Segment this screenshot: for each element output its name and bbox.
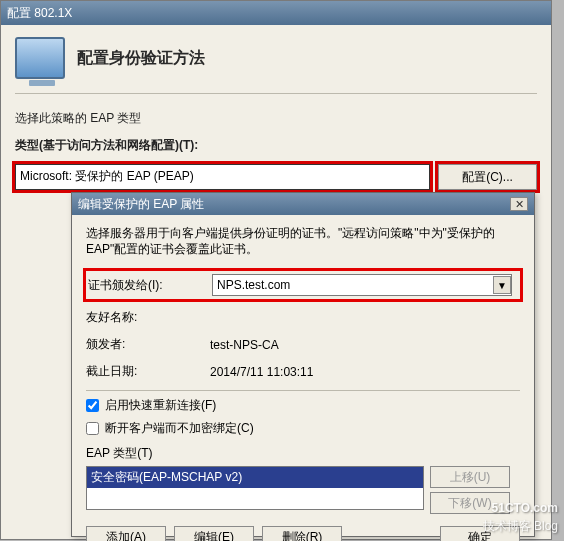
eap-types-list[interactable]: 安全密码(EAP-MSCHAP v2) <box>86 466 424 510</box>
inner-body: 选择服务器用于向客户端提供身份证明的证书。"远程访问策略"中为"受保护的 EAP… <box>72 215 534 541</box>
eap-list-row: 安全密码(EAP-MSCHAP v2) 上移(U) 下移(W) <box>86 466 520 518</box>
outer-window-title: 配置 802.1X <box>7 1 72 25</box>
separator-2 <box>86 390 520 391</box>
fast-reconnect-row: 启用快速重新连接(F) <box>86 397 520 414</box>
move-up-button[interactable]: 上移(U) <box>430 466 510 488</box>
chevron-down-icon: ▼ <box>493 276 511 294</box>
select-eap-label: 选择此策略的 EAP 类型 <box>15 110 537 127</box>
issuer-row: 颁发者: test-NPS-CA <box>86 336 520 353</box>
issuer-label: 颁发者: <box>86 336 210 353</box>
peap-properties-dialog: 编辑受保护的 EAP 属性 ✕ 选择服务器用于向客户端提供身份证明的证书。"远程… <box>71 192 535 537</box>
fast-reconnect-label: 启用快速重新连接(F) <box>105 397 216 414</box>
eap-type-row: Microsoft: 受保护的 EAP (PEAP) 配置(C)... <box>15 164 537 190</box>
eap-types-label: EAP 类型(T) <box>86 445 520 462</box>
type-label: 类型(基于访问方法和网络配置)(T): <box>15 137 537 154</box>
expiry-row: 截止日期: 2014/7/11 11:03:11 <box>86 363 520 380</box>
computer-icon <box>15 37 65 79</box>
cert-issued-to-label: 证书颁发给(I): <box>88 277 212 294</box>
ok-button[interactable]: 确定 <box>440 526 520 541</box>
outer-body: 配置身份验证方法 选择此策略的 EAP 类型 类型(基于访问方法和网络配置)(T… <box>1 25 551 204</box>
cert-issued-to-value: NPS.test.com <box>217 278 290 292</box>
eap-types-section: EAP 类型(T) 安全密码(EAP-MSCHAP v2) 上移(U) 下移(W… <box>86 445 520 518</box>
eap-type-selected-value: Microsoft: 受保护的 EAP (PEAP) <box>20 169 194 183</box>
expiry-value: 2014/7/11 11:03:11 <box>210 365 313 379</box>
configure-button[interactable]: 配置(C)... <box>438 164 537 190</box>
list-item[interactable]: 安全密码(EAP-MSCHAP v2) <box>87 467 423 488</box>
issuer-value: test-NPS-CA <box>210 338 279 352</box>
intro-text: 选择服务器用于向客户端提供身份证明的证书。"远程访问策略"中为"受保护的 EAP… <box>86 225 520 257</box>
inner-window-title: 编辑受保护的 EAP 属性 <box>78 193 204 215</box>
friendly-name-row: 友好名称: <box>86 309 520 326</box>
edit-button[interactable]: 编辑(E) <box>174 526 254 541</box>
cert-issued-to-row: 证书颁发给(I): NPS.test.com ▼ <box>86 271 520 299</box>
disconnect-nocipher-checkbox[interactable] <box>86 422 99 435</box>
reorder-buttons: 上移(U) 下移(W) <box>430 466 510 518</box>
expiry-label: 截止日期: <box>86 363 210 380</box>
separator <box>15 93 537 94</box>
add-button[interactable]: 添加(A) <box>86 526 166 541</box>
page-title: 配置身份验证方法 <box>77 48 205 69</box>
close-icon[interactable]: ✕ <box>510 197 528 211</box>
bottom-buttons: 添加(A) 编辑(E) 删除(R) 确定 <box>86 526 520 541</box>
outer-title-bar: 配置 802.1X <box>1 1 551 25</box>
disconnect-nocipher-label: 断开客户端而不加密绑定(C) <box>105 420 254 437</box>
inner-title-bar: 编辑受保护的 EAP 属性 ✕ <box>72 193 534 215</box>
disconnect-nocipher-row: 断开客户端而不加密绑定(C) <box>86 420 520 437</box>
fast-reconnect-checkbox[interactable] <box>86 399 99 412</box>
delete-button[interactable]: 删除(R) <box>262 526 342 541</box>
move-down-button[interactable]: 下移(W) <box>430 492 510 514</box>
section-head: 配置身份验证方法 <box>15 33 537 93</box>
friendly-name-label: 友好名称: <box>86 309 210 326</box>
eap-type-select[interactable]: Microsoft: 受保护的 EAP (PEAP) <box>15 164 430 190</box>
cert-issued-to-select[interactable]: NPS.test.com ▼ <box>212 274 512 296</box>
